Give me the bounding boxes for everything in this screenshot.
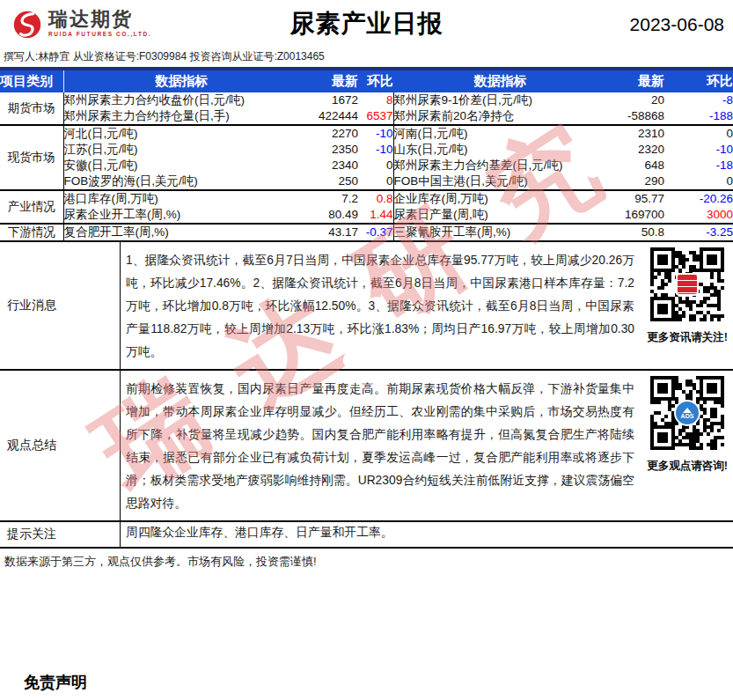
table-row: 安徽(日,元/吨)23400郑州尿素主力合约基差(日,元/吨)648-18 [0, 158, 733, 173]
ads-label: ADS [681, 413, 694, 419]
indicator-change: 0 [358, 173, 393, 190]
qr-code-icon [649, 246, 726, 323]
indicator-change: -8 [664, 92, 733, 108]
indicator-value: 20 [607, 92, 664, 108]
section-category-label: 行业消息 [0, 242, 121, 369]
indicator-value: 2350 [299, 142, 358, 158]
table-row: 下游情况复合肥开工率(周,%)43.17-0.37三聚氰胺开工率(周,%)50.… [0, 224, 733, 241]
section-category-label: 观点总结 [0, 371, 121, 520]
section-text: 周四隆众企业库存、港口库存、日产量和开工率。 [121, 522, 733, 547]
indicator-table: 项目类别 数据指标 最新 环比 数据指标 最新 环比 期货市场郑州尿素主力合约收… [0, 70, 733, 242]
indicator-label: 郑州尿素9-1价差(日,元/吨) [393, 92, 607, 108]
indicator-change: 8 [358, 92, 393, 108]
table-group: 期货市场郑州尿素主力合约收盘价(日,元/吨)16728郑州尿素9-1价差(日,元… [0, 92, 733, 125]
col-header-latest: 最新 [607, 70, 664, 92]
qr-caption: 更多观点请咨询! [647, 459, 728, 474]
indicator-label: 复合肥开工率(周,%) [63, 224, 299, 241]
indicator-label: FOB中国主港(日,美元/吨) [393, 173, 607, 190]
indicator-value: 169700 [607, 207, 664, 224]
indicator-change: 6537 [358, 108, 393, 125]
indicator-value: 95.77 [607, 190, 664, 207]
table-row: 现货市场河北(日,元/吨)2270-10河南(日,元/吨)23100 [0, 125, 733, 142]
qr-block: 更多资讯请关注! [641, 242, 733, 369]
table-row: 郑州尿素主力合约持仓量(日,手)4224446537郑州尿素前20名净持仓-58… [0, 108, 733, 125]
indicator-value: 2270 [299, 125, 358, 142]
qr-caption: 更多资讯请关注! [647, 330, 728, 345]
section-观点总结: 观点总结前期检修装置恢复，国内尿素日产量再度走高。前期尿素现货价格大幅反弹，下游… [0, 371, 733, 522]
indicator-label: 郑州尿素主力合约收盘价(日,元/吨) [63, 92, 299, 108]
category-label: 期货市场 [0, 92, 63, 125]
author-line: 撰写人:林静宜 从业资格证号:F0309984 投资咨询从业证号:Z001346… [0, 48, 733, 67]
indicator-change: 0 [664, 173, 733, 190]
indicator-change: -3.25 [664, 224, 733, 241]
indicator-change: 0 [358, 158, 393, 173]
col-header-latest: 最新 [299, 70, 358, 92]
table-row: 产业情况港口库存(周,万吨)7.20.8企业库存(周,万吨)95.77-20.2… [0, 190, 733, 207]
col-header-category: 项目类别 [0, 70, 63, 92]
indicator-label: 山东(日,元/吨) [393, 142, 607, 158]
indicator-change: 0.8 [358, 190, 393, 207]
category-label: 现货市场 [0, 125, 63, 190]
indicator-change: -10 [358, 142, 393, 158]
indicator-label: 郑州尿素主力合约基差(日,元/吨) [393, 158, 607, 173]
indicator-label: 尿素日产量(周,吨) [393, 207, 607, 224]
indicator-change: -10 [664, 142, 733, 158]
indicator-value: 422444 [299, 108, 358, 125]
col-header-change: 环比 [664, 70, 733, 92]
brand-subtitle: RUIDA FUTURES CO.,LTD. [48, 31, 151, 37]
table-row: 期货市场郑州尿素主力合约收盘价(日,元/吨)16728郑州尿素9-1价差(日,元… [0, 92, 733, 108]
section-提示关注: 提示关注周四隆众企业库存、港口库存、日产量和开工率。 [0, 522, 733, 549]
qr-code-icon: ADS [649, 374, 726, 452]
col-header-change: 环比 [358, 70, 393, 92]
indicator-label: FOB波罗的海(日,美元/吨) [63, 173, 299, 190]
ruida-logo-icon [11, 8, 44, 45]
table-group: 现货市场河北(日,元/吨)2270-10河南(日,元/吨)23100江苏(日,元… [0, 125, 733, 190]
indicator-change: 3000 [664, 207, 733, 224]
page-title: 尿素产业日报 [290, 7, 443, 41]
indicator-value: 250 [299, 173, 358, 190]
indicator-change: 0 [664, 125, 733, 142]
indicator-label: 河南(日,元/吨) [393, 125, 607, 142]
category-label: 下游情况 [0, 224, 63, 241]
indicator-label: 港口库存(周,万吨) [63, 190, 299, 207]
table-header-row: 项目类别 数据指标 最新 环比 数据指标 最新 环比 [0, 70, 733, 92]
indicator-change: -18 [664, 158, 733, 173]
indicator-value: 2310 [607, 125, 664, 142]
indicator-change: 1.44 [358, 207, 393, 224]
ruida-red-logo-icon [676, 273, 699, 296]
indicator-label: 郑州尿素主力合约持仓量(日,手) [63, 108, 299, 125]
table-row: FOB波罗的海(日,美元/吨)2500FOB中国主港(日,美元/吨)2900 [0, 173, 733, 190]
col-header-indicator: 数据指标 [63, 70, 299, 92]
table-row: 尿素企业开工率(周,%)80.491.44尿素日产量(周,吨)169700300… [0, 207, 733, 224]
indicator-change: -188 [664, 108, 733, 125]
indicator-label: 郑州尿素前20名净持仓 [393, 108, 607, 125]
table-row: 江苏(日,元/吨)2350-10山东(日,元/吨)2320-10 [0, 142, 733, 158]
indicator-value: 648 [607, 158, 664, 173]
category-label: 产业情况 [0, 190, 63, 224]
col-header-indicator: 数据指标 [393, 70, 607, 92]
indicator-value: 290 [607, 173, 664, 190]
section-行业消息: 行业消息1、据隆众资讯统计，截至6月7日当周，中国尿素企业总库存量95.77万吨… [0, 242, 733, 371]
section-text: 1、据隆众资讯统计，截至6月7日当周，中国尿素企业总库存量95.77万吨，较上周… [121, 242, 641, 369]
indicator-change: -0.37 [358, 224, 393, 241]
indicator-value: 43.17 [299, 224, 358, 241]
table-group: 产业情况港口库存(周,万吨)7.20.8企业库存(周,万吨)95.77-20.2… [0, 190, 733, 224]
indicator-value: 2320 [607, 142, 664, 158]
indicator-label: 三聚氰胺开工率(周,%) [393, 224, 607, 241]
report-header: 瑞达期货 RUIDA FUTURES CO.,LTD. 尿素产业日报 2023-… [0, 0, 733, 48]
footer-note: 数据来源于第三方，观点仅供参考。市场有风险，投资需谨慎! [0, 549, 733, 570]
indicator-label: 尿素企业开工率(周,%) [63, 207, 299, 224]
section-text: 前期检修装置恢复，国内尿素日产量再度走高。前期尿素现货价格大幅反弹，下游补货量集… [121, 371, 641, 520]
indicator-value: 1672 [299, 92, 358, 108]
indicator-value: -58868 [607, 108, 664, 125]
brand-logo: 瑞达期货 RUIDA FUTURES CO.,LTD. [11, 8, 151, 45]
report-date: 2023-06-08 [630, 14, 724, 35]
disclaimer-title: 免责声明 [24, 672, 733, 693]
indicator-change: -10 [358, 125, 393, 142]
brand-name: 瑞达期货 [48, 8, 151, 31]
report-sections: 行业消息1、据隆众资讯统计，截至6月7日当周，中国尿素企业总库存量95.77万吨… [0, 242, 733, 549]
indicator-change: -20.26 [664, 190, 733, 207]
indicator-label: 江苏(日,元/吨) [63, 142, 299, 158]
section-category-label: 提示关注 [0, 522, 121, 547]
indicator-value: 50.8 [607, 224, 664, 241]
